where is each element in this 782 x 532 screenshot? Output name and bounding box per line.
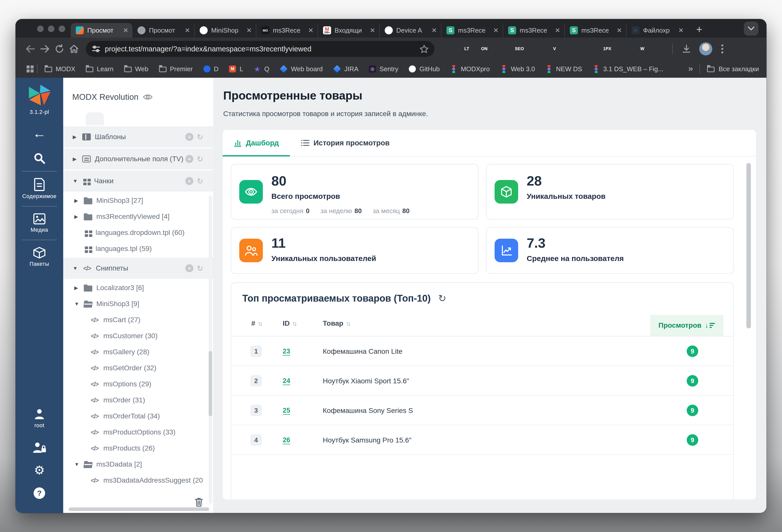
caret-icon[interactable]	[74, 197, 83, 203]
column-rank[interactable]: #	[251, 319, 261, 328]
caret-icon[interactable]	[74, 285, 83, 291]
modx-logo[interactable]	[26, 83, 52, 107]
page-scrollbar-thumb[interactable]	[746, 163, 751, 329]
tree-node[interactable]: msProducts (26)	[63, 440, 213, 456]
tree-node-label[interactable]: MiniShop3 [27]	[96, 196, 143, 204]
caret-icon[interactable]	[73, 178, 81, 184]
browser-tab[interactable]: ms3Rece	[441, 23, 503, 38]
tree-node[interactable]: msProductOptions (33)	[63, 424, 213, 440]
home-button[interactable]	[67, 42, 81, 56]
browser-tab[interactable]: ms3Rece	[564, 23, 626, 38]
extension-icon[interactable]: SEO	[513, 43, 525, 55]
settings-gear-icon[interactable]: ⚙	[34, 464, 45, 476]
tree-node[interactable]: Дополнительные поля (TV)	[63, 148, 213, 169]
tree-node-label[interactable]: msCart (27)	[103, 316, 140, 324]
tab-close-icon[interactable]	[555, 27, 560, 34]
bookmark-item[interactable]: Sentry	[369, 65, 398, 73]
tree-node[interactable]: MiniShop3 [27]	[63, 193, 213, 208]
back-button[interactable]	[23, 42, 38, 56]
tree-node-label[interactable]: Дополнительные поля (TV)	[95, 155, 183, 163]
bookmark-item[interactable]: Learn	[86, 65, 114, 73]
tab-close-icon[interactable]	[185, 27, 190, 34]
tree-node[interactable]: MiniShop3 [9]	[63, 296, 213, 312]
bookmark-item[interactable]: Web 3.0	[500, 65, 535, 73]
bookmark-item[interactable]: Web	[124, 65, 148, 73]
caret-icon[interactable]	[73, 134, 81, 140]
url-text[interactable]: project.test/manager/?a=index&namespace=…	[105, 45, 420, 53]
sort-icon[interactable]	[258, 320, 261, 327]
trash-icon[interactable]	[194, 497, 203, 507]
tab-search-button[interactable]	[744, 22, 758, 36]
tree-node[interactable]: Чанки	[63, 170, 213, 192]
browser-tab[interactable]: MiniShop	[194, 23, 256, 38]
tree-node[interactable]: msOptions (29)	[63, 376, 213, 392]
browser-tab[interactable]: Просмот	[71, 23, 133, 38]
browser-tab[interactable]: Файлохр	[626, 23, 688, 38]
browser-tab[interactable]: Просмот	[133, 23, 194, 38]
collapse-arrow-icon[interactable]: ←	[33, 126, 46, 140]
tree-node-label[interactable]: ms3Dadata [2]	[96, 460, 142, 468]
bookmark-item[interactable]: MODX	[45, 65, 75, 73]
extension-icon[interactable]	[443, 43, 455, 55]
tree-node-label[interactable]: ms3RecentlyViewed [4]	[96, 213, 170, 221]
tree-scrollbar-thumb[interactable]	[209, 351, 212, 416]
bookmark-item[interactable]: Web board	[280, 65, 323, 73]
extension-icon[interactable]	[654, 43, 666, 55]
caret-icon[interactable]	[74, 214, 83, 220]
browser-menu-icon[interactable]	[721, 48, 723, 50]
refresh-icon[interactable]	[197, 155, 203, 163]
tree-node-label[interactable]: languages.tpl (59)	[96, 245, 152, 253]
sort-icon[interactable]	[292, 320, 296, 327]
extension-icon[interactable]: V	[549, 43, 560, 55]
sort-icon[interactable]	[346, 320, 350, 327]
bookmark-item[interactable]: GitHub	[409, 65, 440, 73]
extension-icon[interactable]: LT	[461, 43, 472, 55]
address-bar[interactable]: project.test/manager/?a=index&namespace=…	[86, 41, 434, 57]
tree-node-label[interactable]: msCustomer (30)	[103, 332, 157, 340]
bookmark-item[interactable]: Q	[254, 65, 270, 73]
browser-tab[interactable]: Device A	[379, 23, 441, 38]
table-row[interactable]: 3 25 Кофемашина Sony Series S 9	[231, 395, 733, 425]
bookmark-item[interactable]: NEW DS	[545, 65, 582, 73]
tree-node-label[interactable]: Сниппеты	[96, 264, 128, 272]
tree-node-label[interactable]: msProductOptions (33)	[103, 428, 176, 436]
extension-icon[interactable]	[584, 43, 595, 55]
tree-node-label[interactable]: Шаблоны	[95, 133, 126, 141]
browser-tab[interactable]: Входящи	[318, 23, 379, 38]
product-id-link[interactable]: 23	[283, 347, 290, 355]
tab-close-icon[interactable]	[308, 27, 314, 34]
extension-icon[interactable]: ON	[478, 43, 490, 55]
product-id-link[interactable]: 26	[283, 436, 290, 444]
new-tab-button[interactable]	[693, 23, 706, 36]
close-window-button[interactable]	[37, 26, 44, 32]
tree-node[interactable]: msOrderTotal (34)	[63, 408, 213, 424]
extension-icon[interactable]: W	[637, 43, 648, 55]
add-icon[interactable]	[185, 155, 193, 163]
tree-node[interactable]: languages.dropdown.tpl (60)	[63, 225, 213, 241]
tree-node-label[interactable]: msGallery (28)	[103, 348, 149, 356]
table-row[interactable]: 4 26 Ноутбук Samsung Pro 15.6" 9	[231, 425, 733, 455]
all-bookmarks-button[interactable]: Все закладки	[707, 65, 759, 73]
downloads-button[interactable]	[679, 42, 694, 56]
bookmark-item[interactable]: 3.1 DS_WEB – Fig...	[593, 65, 663, 73]
tab-close-icon[interactable]	[616, 27, 622, 34]
tree-node-label[interactable]: msOrder (31)	[103, 396, 145, 404]
add-icon[interactable]	[185, 133, 193, 141]
column-product[interactable]: Товар	[323, 319, 350, 328]
tree-node[interactable]: languages.tpl (59)	[63, 241, 213, 257]
tree-node-label[interactable]: MiniShop3 [9]	[96, 300, 139, 308]
eye-icon[interactable]	[143, 94, 152, 100]
tree-node-label[interactable]: ms3DadataAddressSuggest (20	[103, 476, 203, 484]
help-icon[interactable]: ?	[34, 487, 45, 499]
bookmark-item[interactable]: JIRA	[333, 65, 358, 73]
tree-node[interactable]: msCart (27)	[63, 312, 213, 328]
tab-close-icon[interactable]	[431, 27, 437, 34]
extension-icon[interactable]	[531, 43, 543, 55]
search-icon[interactable]	[33, 152, 46, 164]
product-id-link[interactable]: 25	[283, 407, 290, 414]
tree-node[interactable]: Шаблоны	[63, 126, 213, 147]
extension-icon[interactable]	[566, 43, 578, 55]
tab-close-icon[interactable]	[678, 27, 684, 34]
column-views-active[interactable]: Просмотров	[650, 315, 723, 336]
sidebar-item-user[interactable]: root	[33, 408, 45, 429]
